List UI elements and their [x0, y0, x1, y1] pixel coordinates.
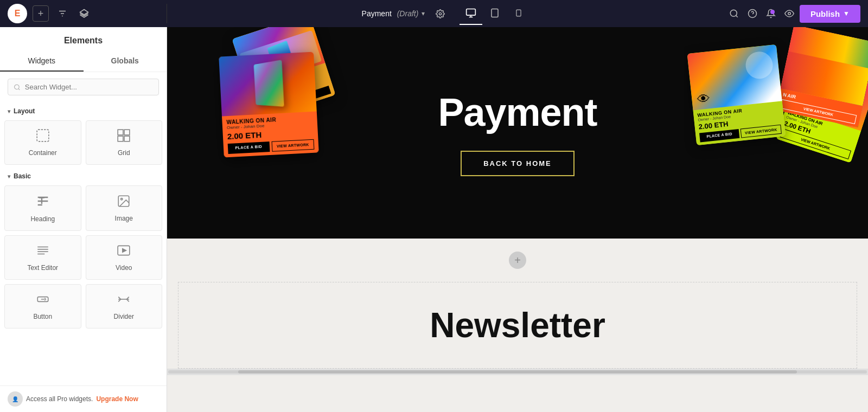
- scrollbar-thumb: [238, 370, 797, 374]
- image-icon: [117, 194, 131, 211]
- svg-point-26: [121, 198, 123, 200]
- search-input[interactable]: [25, 83, 153, 91]
- horizontal-scrollbar[interactable]: [167, 369, 868, 375]
- widget-grid[interactable]: Grid: [86, 120, 163, 165]
- hero-back-button[interactable]: BACK TO HOME: [461, 151, 575, 176]
- page-name: Payment: [362, 9, 392, 18]
- mobile-view-button[interactable]: [507, 2, 530, 25]
- sidebar-footer: 👤 Access all Pro widgets. Upgrade Now: [0, 385, 167, 412]
- svg-rect-21: [124, 130, 130, 135]
- topbar-center: Payment (Draft) ▾: [167, 2, 718, 25]
- newsletter-title: Newsletter: [430, 305, 605, 345]
- divider-icon: [117, 292, 131, 310]
- preview-button[interactable]: [781, 5, 797, 22]
- upgrade-link[interactable]: Upgrade Now: [96, 395, 138, 403]
- text-editor-icon: [36, 243, 50, 261]
- filters-button[interactable]: [54, 5, 71, 22]
- hero-section: WALKING ON Johan Doe < .00 ETH PLACE A B…: [167, 27, 868, 239]
- tablet-view-button[interactable]: [483, 2, 506, 25]
- video-icon: [117, 243, 131, 261]
- newsletter-section: Newsletter: [178, 282, 857, 369]
- heading-icon: T: [35, 194, 50, 212]
- layout-collapse-icon: ▾: [8, 108, 10, 114]
- basic-section-title: ▾ Basic: [4, 167, 162, 183]
- card-bid-btn[interactable]: PLACE A BID: [228, 141, 270, 154]
- user-avatar: 👤: [8, 391, 23, 407]
- topbar-right: Publish ▼: [718, 5, 868, 23]
- search-icon: [14, 83, 21, 91]
- view-mode-buttons: [459, 2, 530, 25]
- main-layout: Elements Widgets Globals ▾: [0, 27, 868, 412]
- sidebar-tabs: Widgets Globals: [0, 51, 167, 72]
- button-icon: [36, 292, 50, 310]
- container-icon: [36, 128, 50, 146]
- svg-marker-32: [123, 249, 126, 253]
- basic-widgets-grid: T Heading Image: [4, 183, 162, 331]
- search-box: [8, 79, 159, 95]
- grid-icon: [117, 128, 131, 146]
- widget-divider[interactable]: Divider: [86, 284, 163, 329]
- widget-container[interactable]: Container: [4, 120, 81, 165]
- svg-point-12: [730, 10, 737, 16]
- widget-heading[interactable]: T Heading: [4, 185, 81, 231]
- help-button[interactable]: [744, 5, 761, 22]
- publish-arrow-icon: ▼: [843, 10, 850, 17]
- svg-rect-10: [516, 10, 521, 16]
- svg-rect-8: [492, 9, 498, 17]
- nft-cards-left: WALKING ON Johan Doe < .00 ETH PLACE A B…: [167, 27, 352, 239]
- add-section-button[interactable]: +: [509, 252, 526, 269]
- svg-point-17: [15, 85, 20, 89]
- layout-widgets-grid: Container Grid: [4, 118, 162, 167]
- hero-content: Payment BACK TO HOME: [438, 90, 597, 176]
- svg-line-13: [736, 15, 737, 17]
- sidebar-search-area: [0, 72, 167, 102]
- widget-text-editor[interactable]: Text Editor: [4, 235, 81, 280]
- nft-cards-right: 👁 WALKING ON AIR Owner - Johan Doe 2.00 …: [684, 27, 868, 239]
- publish-label: Publish: [810, 9, 840, 18]
- hero-title: Payment: [438, 90, 597, 134]
- desktop-view-button[interactable]: [459, 2, 482, 25]
- page-settings-button[interactable]: [431, 5, 449, 22]
- svg-rect-23: [124, 136, 130, 141]
- add-section-area[interactable]: +: [167, 239, 868, 282]
- basic-collapse-icon: ▾: [8, 173, 10, 179]
- svg-line-18: [18, 88, 20, 89]
- page-status: (Draft): [395, 9, 419, 18]
- layout-section-title: ▾ Layout: [4, 102, 162, 118]
- widget-button[interactable]: Button: [4, 284, 81, 329]
- elementor-logo[interactable]: E: [8, 4, 27, 23]
- footer-text: Access all Pro widgets.: [26, 395, 93, 403]
- search-button[interactable]: [726, 5, 742, 22]
- topbar-left: E +: [0, 4, 167, 23]
- card-view-btn[interactable]: VIEW ARTWORK: [271, 139, 314, 152]
- svg-rect-20: [118, 130, 123, 135]
- svg-rect-22: [118, 136, 123, 141]
- svg-text:T: T: [39, 196, 44, 205]
- sidebar: Elements Widgets Globals ▾: [0, 27, 167, 412]
- canvas: WALKING ON Johan Doe < .00 ETH PLACE A B…: [167, 27, 868, 412]
- svg-point-4: [439, 12, 441, 15]
- notification-dot: [770, 10, 775, 14]
- topbar: E + Payment (Draft) ▾: [0, 0, 868, 27]
- plus-icon: +: [38, 8, 44, 20]
- publish-button[interactable]: Publish ▼: [800, 5, 860, 23]
- layers-button[interactable]: [76, 5, 92, 22]
- svg-point-16: [788, 12, 791, 15]
- plus-circle-icon: +: [514, 254, 521, 267]
- notifications-button[interactable]: [763, 5, 779, 22]
- svg-rect-19: [37, 130, 49, 141]
- sidebar-title: Elements: [64, 36, 103, 45]
- add-element-button[interactable]: +: [33, 5, 49, 22]
- sidebar-header: Elements Widgets Globals: [0, 27, 167, 72]
- scrollbar-track: [168, 370, 867, 374]
- svg-rect-5: [467, 9, 476, 16]
- tab-globals[interactable]: Globals: [84, 51, 167, 72]
- dropdown-arrow-icon: ▾: [422, 10, 425, 17]
- tab-widgets[interactable]: Widgets: [0, 51, 84, 72]
- widget-video[interactable]: Video: [86, 235, 163, 280]
- page-title-dropdown[interactable]: Payment (Draft) ▾: [355, 6, 432, 21]
- sidebar-body: ▾ Layout Container: [0, 102, 167, 412]
- widget-image[interactable]: Image: [86, 185, 163, 231]
